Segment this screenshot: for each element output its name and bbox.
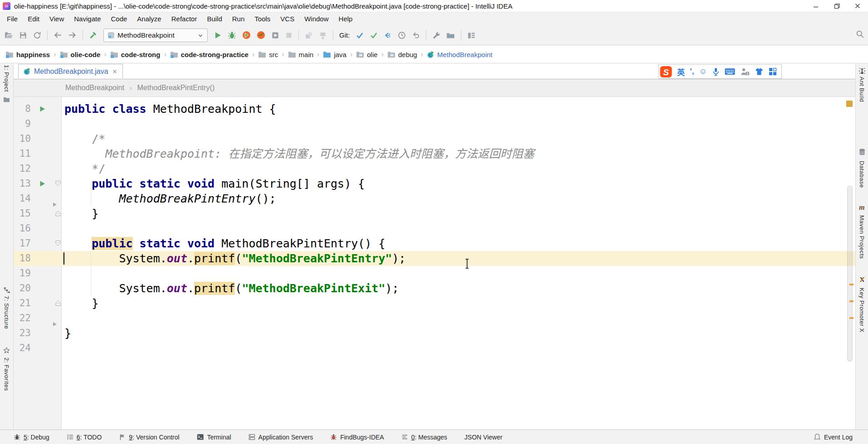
menu-code[interactable]: Code [106,15,132,23]
nav-crumb-debug[interactable]: debug [387,51,417,58]
maximize-button[interactable] [826,0,847,12]
code-line[interactable]: public class MethodBreakpoint { [64,101,276,116]
close-tab-icon[interactable] [112,68,118,75]
favorites-star-icon[interactable] [3,347,10,354]
menu-vcs[interactable]: VCS [275,15,299,23]
nav-crumb-methodbreakpoint[interactable]: CMethodBreakpoint [427,51,493,58]
proj-folder-icon[interactable] [3,97,10,102]
ime-grid-icon[interactable] [769,68,777,76]
menu-refactor[interactable]: Refactor [166,15,202,23]
tool-button-database[interactable]: Database [858,161,865,188]
menu-view[interactable]: View [44,15,69,23]
nav-crumb-olie[interactable]: olie [356,51,377,58]
run-with-icon[interactable] [271,31,279,39]
code-line[interactable]: public static void MethodBreakPintEntry(… [64,236,385,251]
history-clock-icon[interactable] [398,31,406,39]
forward-arrow-icon[interactable] [68,31,77,39]
fold-up-icon[interactable] [55,300,61,306]
undo-icon[interactable] [412,31,420,39]
maven-m-icon[interactable]: m [858,203,866,211]
run-icon[interactable] [39,106,46,112]
nav-crumb-code-strong-practice[interactable]: code-strong-practice [170,51,249,58]
menu-navigate[interactable]: Navigate [69,15,106,23]
run-coverage-icon[interactable] [242,31,251,39]
ime-user-icon[interactable]: 2 [740,68,750,76]
save-all-icon[interactable] [19,31,27,39]
ime-mic-icon[interactable] [712,68,720,76]
sogou-logo-icon[interactable]: S [660,66,672,78]
vcs-revert-icon[interactable] [384,31,392,39]
menu-build[interactable]: Build [202,15,227,23]
menu-file[interactable]: File [2,15,23,23]
menu-window[interactable]: Window [299,15,333,23]
tab-methodbreakpoint-java[interactable]: C MethodBreakpoint.java [18,64,123,78]
menu-run[interactable]: Run [227,15,250,23]
code-line[interactable]: public static void main(String[] args) { [64,176,365,191]
ime-lang-icon[interactable]: 英 [677,66,685,77]
nav-crumb-olie-code[interactable]: olie-code [60,51,101,58]
statusbar-findbugs-idea[interactable]: FindBugs-IDEA [330,434,384,441]
code-line[interactable]: System.out.printf("MethodBreakPintExit")… [64,281,399,296]
code-line[interactable]: } [64,326,71,341]
run-configuration-select[interactable]: MethodBreakpoint [103,29,208,42]
statusbar-6-todo[interactable]: 6: TODO [67,434,102,441]
database-icon[interactable] [858,148,866,156]
menu-analyze[interactable]: Analyze [132,15,166,23]
statusbar-0-messages[interactable]: 0: Messages [401,434,447,441]
ime-shirt-icon[interactable] [755,68,764,76]
statusbar-application-servers[interactable]: Application Servers [249,434,313,441]
breadcrumb-class[interactable]: MethodBreakpoint [65,84,124,92]
tool-button-maven-projects[interactable]: Maven Projects [858,215,865,259]
minimize-button[interactable] [805,0,826,12]
fold-down-icon[interactable] [55,180,61,187]
menu-help[interactable]: Help [334,15,358,23]
fold-up-icon[interactable] [55,210,61,217]
ime-keyboard-icon[interactable] [725,68,735,75]
mini-arrow-icon[interactable] [52,202,57,207]
ant-icon[interactable] [858,68,866,75]
nav-crumb-java[interactable]: java [323,51,346,58]
nav-crumb-src[interactable]: src [258,51,278,58]
fold-down-icon[interactable] [55,240,61,246]
settings-wrench-icon[interactable] [432,31,440,39]
structure-tree-icon[interactable] [3,287,10,294]
vcs-commit-icon[interactable] [370,31,378,39]
build-artifact-icon[interactable] [319,31,327,39]
keypromoter-x-icon[interactable]: X [858,276,866,283]
code-line[interactable]: /* [64,131,105,146]
build-module-icon[interactable] [305,31,313,39]
view-details-icon[interactable] [467,31,475,39]
project-structure-icon[interactable] [446,31,455,39]
statusbar-json-viewer[interactable]: JSON Viewer [464,434,502,441]
breadcrumb-method[interactable]: MethodBreakPintEntry() [137,84,215,92]
close-button[interactable] [847,0,868,12]
tool-button--favorites[interactable]: 2: Favorites [3,357,10,391]
tool-button-key-promoter-x[interactable]: Key Promoter X [858,288,865,333]
statusbar-terminal[interactable]: Terminal [197,434,231,441]
code-line[interactable]: MethodBreakpoint: 在指定方法阻塞，可以设定方法进入时阻塞，方法… [64,146,534,161]
ime-punct-icon[interactable]: ’, [690,67,694,76]
statusbar-9-version-control[interactable]: 9: Version Control [119,434,179,441]
code-line[interactable]: System.out.printf("MethodBreakPintEntry"… [64,251,406,266]
code-line[interactable]: */ [64,161,105,176]
debug-bug-icon[interactable] [228,31,236,39]
menu-tools[interactable]: Tools [249,15,275,23]
open-folder-icon[interactable] [5,31,13,39]
menu-edit[interactable]: Edit [23,15,44,23]
error-stripe-indicator[interactable] [846,101,853,107]
mini-arrow-icon[interactable] [52,322,57,327]
nav-crumb-main[interactable]: main [288,51,314,58]
back-arrow-icon[interactable] [54,31,62,39]
code-line[interactable]: } [64,296,98,311]
tool-button--structure[interactable]: 7: Structure [3,296,10,329]
tool-button--project[interactable]: 1: Project [3,65,10,92]
ime-emoji-icon[interactable]: ☺ [699,67,707,76]
profiler-icon[interactable] [257,31,265,39]
tool-button-ant-build[interactable]: Ant Build [858,77,865,102]
code-line[interactable]: MethodBreakPintEntry(); [64,191,276,206]
code-editor[interactable]: 8public class MethodBreakpoint {910 /*11… [14,97,855,430]
run-icon[interactable] [39,180,46,187]
event-log-button[interactable]: Event Log [814,433,853,441]
code-line[interactable]: } [64,206,98,221]
stop-icon[interactable] [285,32,293,39]
